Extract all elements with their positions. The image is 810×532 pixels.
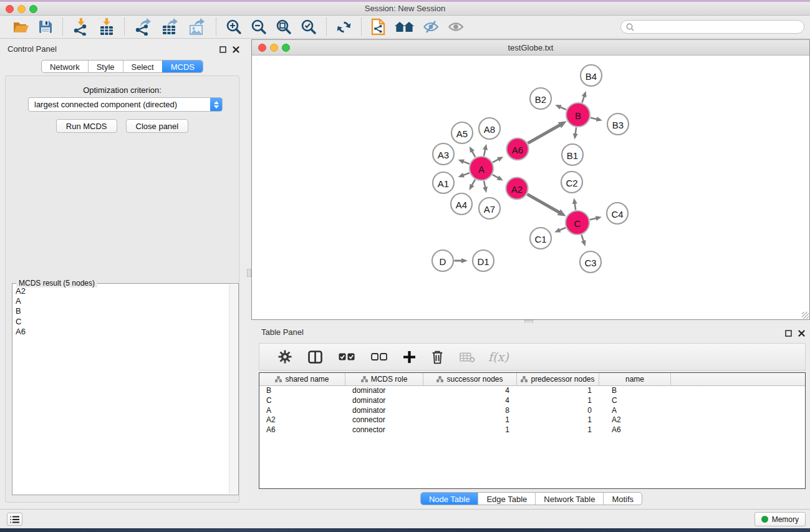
- table-row[interactable]: A6connector11A6: [259, 425, 805, 435]
- tab-network-table[interactable]: Network Table: [535, 493, 603, 505]
- toolbar-separator: [124, 18, 125, 36]
- graph-node-B[interactable]: B: [566, 103, 590, 127]
- run-mcds-button[interactable]: Run MCDS: [56, 119, 117, 133]
- mcds-result-item[interactable]: A6: [14, 327, 228, 337]
- memory-status-button[interactable]: Memory: [755, 512, 806, 526]
- graph-node-A8[interactable]: A8: [479, 118, 500, 139]
- graph-node-C1[interactable]: C1: [530, 228, 551, 249]
- task-history-button[interactable]: [7, 513, 22, 526]
- column-header-mcds-role[interactable]: MCDS role: [345, 373, 423, 385]
- table-settings-button[interactable]: [270, 347, 300, 366]
- table-row[interactable]: Bdominator41B: [259, 386, 805, 396]
- select-all-button[interactable]: [330, 351, 363, 363]
- graph-node-A3[interactable]: A3: [433, 143, 454, 165]
- node-table[interactable]: shared nameMCDS rolesuccessor nodesprede…: [259, 372, 806, 489]
- close-panel-button[interactable]: Close panel: [126, 119, 189, 133]
- graph-node-D1[interactable]: D1: [473, 250, 494, 271]
- graph-node-A2[interactable]: A2: [506, 178, 528, 200]
- optimization-criterion-dropdown[interactable]: largest connected component (directed): [28, 97, 223, 112]
- fullscreen-window-button[interactable]: [29, 5, 37, 13]
- mcds-result-item[interactable]: B: [14, 306, 228, 316]
- graph-node-B3[interactable]: B3: [607, 114, 629, 135]
- zoom-in-button[interactable]: [223, 17, 245, 36]
- graph-node-B4[interactable]: B4: [581, 65, 602, 86]
- control-panel-tab-row: NetworkStyleSelectMCDS: [0, 60, 244, 73]
- table-cell: connector: [345, 425, 423, 435]
- float-panel-button[interactable]: [219, 46, 226, 53]
- column-header-predecessor-nodes[interactable]: predecessor nodes: [517, 373, 599, 385]
- export-network-button[interactable]: [131, 17, 156, 37]
- list-icon: [10, 516, 19, 523]
- table-row[interactable]: Cdominator41C: [259, 396, 805, 406]
- result-scrollbar[interactable]: [229, 284, 238, 494]
- float-table-panel-button[interactable]: [784, 329, 792, 337]
- refresh-layout-button[interactable]: [333, 18, 355, 36]
- first-neighbors-button[interactable]: [392, 18, 417, 36]
- table-cell: C: [599, 396, 671, 406]
- minimize-window-button[interactable]: [17, 5, 26, 13]
- delete-column-button[interactable]: [423, 347, 451, 367]
- export-image-button[interactable]: [185, 17, 210, 37]
- new-network-from-selection-button[interactable]: [368, 17, 389, 37]
- mcds-result-item[interactable]: C: [14, 317, 228, 327]
- column-header-shared-name[interactable]: shared name: [259, 373, 345, 385]
- zoom-selected-button[interactable]: [297, 17, 320, 36]
- mcds-result-item[interactable]: A2: [14, 286, 228, 296]
- network-graph[interactable]: B4B2BB3A8A5A6A3B1AA1C2A2A4A7C4CC1C3DD1: [253, 56, 809, 319]
- open-file-button[interactable]: [9, 18, 32, 36]
- tab-select[interactable]: Select: [123, 60, 162, 72]
- zoom-out-button[interactable]: [248, 17, 270, 36]
- mcds-result-item[interactable]: A: [14, 296, 228, 306]
- window-resize-handle[interactable]: [802, 312, 809, 319]
- graph-node-A6[interactable]: A6: [507, 138, 529, 160]
- network-canvas[interactable]: B4B2BB3A8A5A6A3B1AA1C2A2A4A7C4CC1C3DD1: [253, 56, 809, 319]
- column-header-name[interactable]: name: [599, 373, 671, 385]
- network-minimize-button[interactable]: [270, 44, 278, 52]
- show-columns-button[interactable]: [300, 348, 330, 366]
- graph-node-A7[interactable]: A7: [479, 198, 500, 219]
- zoom-fit-icon: [276, 19, 292, 35]
- node-label: A6: [512, 145, 523, 155]
- table-cell: B: [259, 386, 345, 396]
- save-icon: [38, 19, 53, 34]
- zoom-fit-button[interactable]: [272, 17, 295, 36]
- search-input[interactable]: [637, 22, 799, 32]
- import-network-button[interactable]: [69, 17, 93, 37]
- graph-node-D[interactable]: D: [432, 250, 453, 271]
- tab-motifs[interactable]: Motifs: [603, 493, 642, 505]
- tab-mcds[interactable]: MCDS: [162, 60, 203, 72]
- graph-node-A1[interactable]: A1: [433, 172, 454, 193]
- graph-node-C3[interactable]: C3: [580, 251, 601, 273]
- tab-style[interactable]: Style: [88, 60, 123, 72]
- tab-network[interactable]: Network: [42, 60, 88, 72]
- deselect-all-button[interactable]: [363, 351, 395, 363]
- export-table-button[interactable]: [158, 17, 183, 37]
- tab-edge-table[interactable]: Edge Table: [478, 493, 535, 505]
- table-row[interactable]: A2connector11A2: [259, 415, 805, 425]
- splitter-handle-vertical[interactable]: [247, 269, 251, 277]
- import-table-button[interactable]: [95, 17, 118, 37]
- graph-node-C2[interactable]: C2: [561, 172, 582, 193]
- eye-slash-icon: [423, 20, 439, 34]
- column-header-successor-nodes[interactable]: successor nodes: [423, 373, 517, 385]
- graph-node-B1[interactable]: B1: [562, 144, 583, 165]
- close-table-panel-button[interactable]: [798, 329, 805, 337]
- graph-node-A[interactable]: A: [470, 157, 493, 180]
- network-close-button[interactable]: [258, 44, 266, 52]
- tab-node-table[interactable]: Node Table: [421, 493, 478, 505]
- graph-node-C4[interactable]: C4: [607, 203, 628, 224]
- graph-node-A4[interactable]: A4: [451, 193, 472, 215]
- hide-selected-button[interactable]: [420, 19, 442, 35]
- graph-node-A5[interactable]: A5: [451, 122, 473, 143]
- table-row[interactable]: Adominator80A: [259, 406, 805, 416]
- search-box[interactable]: [620, 20, 804, 34]
- show-all-button[interactable]: [445, 20, 467, 34]
- network-zoom-button[interactable]: [282, 44, 290, 52]
- close-window-button[interactable]: [6, 5, 14, 13]
- add-column-button[interactable]: [395, 349, 423, 365]
- table-tabs: Node TableEdge TableNetwork TableMotifs: [420, 492, 642, 505]
- graph-node-C[interactable]: C: [566, 211, 589, 235]
- close-panel-icon-button[interactable]: [232, 46, 239, 53]
- graph-node-B2[interactable]: B2: [530, 88, 551, 109]
- save-session-button[interactable]: [35, 18, 56, 36]
